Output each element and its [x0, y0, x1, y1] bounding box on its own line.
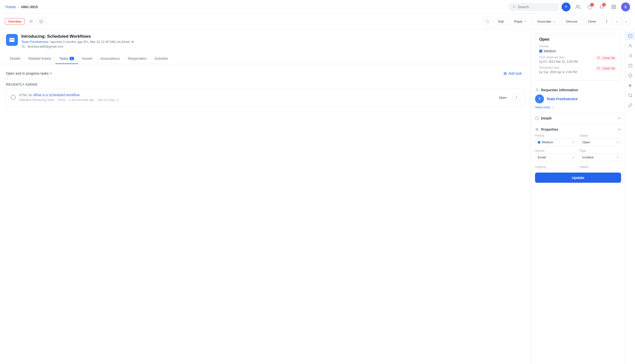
- requester-section-title: Requester information: [535, 88, 578, 92]
- sidebar-info-icon[interactable]: [626, 32, 635, 40]
- prev-ticket-button[interactable]: ‹: [613, 17, 621, 25]
- create-button[interactable]: +: [561, 2, 570, 12]
- tab-assets[interactable]: Assets: [78, 54, 97, 64]
- status-select[interactable]: Open ▾: [580, 138, 621, 146]
- tab-associations[interactable]: Associations: [97, 54, 124, 64]
- task-title-row: #TSK-28 What is a Scheduled workflow: [19, 93, 495, 97]
- agent-icon: [575, 4, 580, 10]
- edit-button[interactable]: Edit: [494, 18, 508, 25]
- priority-label: Priority: [539, 45, 617, 48]
- task-name[interactable]: What is a Scheduled workflow: [33, 93, 80, 97]
- svg-point-8: [31, 21, 32, 22]
- sidebar-search2-icon[interactable]: [626, 91, 635, 100]
- sidebar-diamond-icon[interactable]: [626, 71, 635, 80]
- impact-label: Impact: [580, 165, 621, 168]
- agent-icon-button[interactable]: [573, 2, 582, 12]
- type-select[interactable]: Incident ▾: [580, 154, 621, 161]
- resolution-label: Resolution due: [539, 66, 577, 70]
- next-ticket-button[interactable]: ›: [622, 17, 630, 25]
- update-section: Update: [531, 170, 625, 187]
- properties-collapse-icon[interactable]: [617, 128, 621, 132]
- urgency-group: Urgency: [535, 165, 577, 168]
- ticket-header: Introducing: Scheduled Workflows Team Fr…: [0, 29, 531, 54]
- task-checkbox[interactable]: [11, 95, 16, 100]
- sidebar-person-icon[interactable]: [626, 42, 635, 50]
- sidebar-list-icon[interactable]: [626, 51, 635, 60]
- search-input[interactable]: [518, 5, 555, 9]
- search-box[interactable]: [509, 3, 559, 11]
- right-sidebar: P: [625, 29, 635, 364]
- edit-icon-button[interactable]: [38, 17, 45, 25]
- svg-point-23: [629, 44, 631, 46]
- notifications-icon-button[interactable]: 2: [597, 2, 606, 12]
- tab-related-tickets[interactable]: Related tickets: [25, 54, 55, 64]
- first-response-row: First response due by Fri, 2023 Mar 31, …: [539, 56, 617, 64]
- details-expand-icon: [617, 116, 621, 120]
- pencil-icon: [40, 19, 44, 23]
- task-sep1: /: [56, 98, 57, 102]
- add-task-button[interactable]: ⊕ Add task: [500, 69, 525, 78]
- sidebar-clock-icon[interactable]: [626, 61, 635, 70]
- grid-icon: [611, 4, 616, 10]
- overdue-badge: Overdue: [5, 18, 25, 25]
- source-select[interactable]: Email ▾: [535, 154, 577, 161]
- first-response-overdue-text: - 1mon 3w: [601, 56, 615, 60]
- details-header[interactable]: Detailr: [531, 113, 625, 124]
- marketplace-icon-button[interactable]: [609, 2, 618, 12]
- tasks-filter-dropdown[interactable]: Open and In progress tasks ▾: [6, 72, 52, 76]
- ticket-to: To: dharidurai99@gmail.com: [21, 45, 525, 48]
- ticket-info: Introducing: Scheduled Workflows Team Fr…: [21, 34, 525, 48]
- star-button[interactable]: [483, 17, 492, 26]
- sidebar-brush-icon[interactable]: [626, 101, 635, 110]
- help-icon-button[interactable]: 1: [585, 2, 594, 12]
- breadcrumb: Tickets › #INC-3915: [5, 5, 38, 9]
- toolbar: Overdue Edit Reply Associate Discuss Clo…: [0, 14, 635, 29]
- tab-responders[interactable]: Responders: [124, 54, 151, 64]
- user-avatar[interactable]: S: [621, 2, 630, 12]
- tab-details[interactable]: Details: [6, 54, 25, 64]
- breadcrumb-tickets[interactable]: Tickets: [5, 5, 16, 9]
- info-icon: [628, 34, 632, 38]
- source-property: Source Email ▾: [535, 149, 577, 161]
- resolution-date: by Tue, 2023 Apr 4, 2:00 PM: [539, 70, 577, 74]
- tab-tasks[interactable]: Tasks 1: [55, 54, 78, 64]
- brush-sidebar-icon: [628, 103, 632, 108]
- list-sidebar-icon: [628, 54, 632, 58]
- requester-name[interactable]: Team Freshservice: [546, 97, 578, 101]
- more-options-button[interactable]: [602, 17, 611, 26]
- task-more-icon: [515, 96, 518, 99]
- associate-button[interactable]: Associate: [533, 18, 560, 25]
- svg-point-15: [516, 98, 516, 99]
- urgency-label: Urgency: [535, 165, 577, 168]
- type-property: Type Incident ▾: [580, 149, 621, 161]
- discuss-button[interactable]: Discuss: [562, 18, 582, 25]
- tasks-badge: 1: [70, 57, 74, 60]
- view-more-button[interactable]: View more: [535, 106, 621, 109]
- right-panel: Open Priority Medium First response due …: [531, 29, 625, 364]
- task-more-button[interactable]: [513, 94, 520, 101]
- ticket-to-email: dharidurai99@gmail.com: [28, 45, 64, 48]
- priority-prop-label: Priority: [535, 134, 577, 137]
- tab-activities[interactable]: Activities: [151, 54, 172, 64]
- priority-property: Priority Medium ▾: [535, 134, 577, 146]
- task-sep2: •: [67, 98, 68, 102]
- recently-added-label: Recently Added: [6, 82, 525, 86]
- priority-row: Priority Medium: [539, 45, 617, 53]
- reply-button[interactable]: Reply: [510, 18, 531, 25]
- resolution-overdue: ⏱ - 1mon 2w: [595, 66, 617, 71]
- priority-select[interactable]: Medium ▾: [535, 138, 577, 146]
- sidebar-p-icon[interactable]: P: [626, 81, 635, 90]
- svg-rect-6: [614, 7, 616, 9]
- ticket-reported-time: reported 2 months ago (Fri, Mar 31 12:26…: [50, 40, 130, 44]
- close-button[interactable]: Close: [584, 18, 600, 25]
- details-icon: [535, 116, 539, 120]
- associate-dropdown-icon: [553, 20, 556, 23]
- update-button[interactable]: Update: [535, 172, 621, 183]
- eye-icon-button[interactable]: [27, 17, 35, 25]
- main-layout: Introducing: Scheduled Workflows Team Fr…: [0, 29, 635, 364]
- ticket-reporter[interactable]: Team Freshservice: [21, 40, 49, 44]
- status-card: Open Priority Medium First response due …: [535, 33, 621, 80]
- ticket-type-icon: [6, 34, 18, 46]
- clock-sidebar-icon: [628, 64, 632, 68]
- task-team: Helpdesk Monitoring Team: [19, 98, 54, 102]
